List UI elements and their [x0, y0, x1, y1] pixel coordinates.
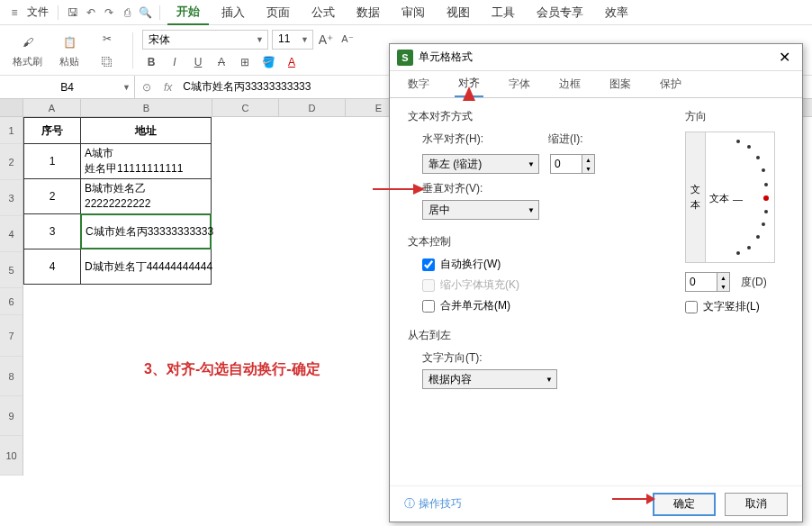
bold-button[interactable]: B — [142, 53, 160, 71]
ok-button[interactable]: 确定 — [653, 493, 716, 516]
spin-down-icon[interactable]: ▼ — [582, 164, 594, 173]
tab-view[interactable]: 视图 — [438, 1, 479, 24]
border-button[interactable]: ⊞ — [236, 53, 254, 71]
direction-section: 方向 — [685, 109, 784, 124]
cell-b2[interactable]: A城市 姓名甲11111111111 — [80, 143, 212, 179]
file-menu[interactable]: 文件 — [25, 5, 50, 20]
underline-button[interactable]: U — [189, 53, 207, 71]
row-header-4[interactable]: 4 — [0, 216, 23, 252]
horiz-align-combo[interactable]: 靠左 (缩进) ▼ — [422, 154, 539, 174]
cell-b3[interactable]: B城市姓名乙 22222222222 — [80, 178, 212, 214]
red-arrow-icon — [612, 490, 657, 508]
tab-tools[interactable]: 工具 — [483, 1, 524, 24]
strikethrough-button[interactable]: A — [212, 53, 230, 71]
orient-vertical-text[interactable]: 文本 — [686, 132, 706, 262]
spin-up-icon[interactable]: ▲ — [717, 273, 729, 282]
row-header-9[interactable]: 9 — [0, 396, 23, 436]
tab-start[interactable]: 开始 — [167, 0, 209, 25]
dialog-tab-font[interactable]: 字体 — [505, 71, 534, 97]
wrap-checkbox[interactable] — [422, 258, 435, 271]
tab-data[interactable]: 数据 — [347, 1, 389, 24]
red-arrow-icon — [373, 180, 427, 198]
tab-member[interactable]: 会员专享 — [528, 1, 592, 24]
tab-efficiency[interactable]: 效率 — [596, 1, 637, 24]
copy-icon[interactable]: ⿻ — [96, 51, 118, 73]
degree-value[interactable] — [686, 273, 717, 291]
cancel-button[interactable]: 取消 — [725, 493, 788, 516]
dialog-tab-pattern[interactable]: 图案 — [606, 71, 635, 97]
chevron-down-icon: ▼ — [256, 35, 264, 44]
orient-arc[interactable]: 文本 — — [706, 132, 774, 262]
col-header-a[interactable]: A — [23, 99, 81, 116]
cell-b5[interactable]: D城市姓名丁44444444444 — [80, 249, 212, 285]
spin-up-icon[interactable]: ▲ — [582, 155, 594, 164]
row-header-5[interactable]: 5 — [0, 252, 23, 288]
cell-a4[interactable]: 3 — [23, 213, 81, 249]
merge-checkbox[interactable] — [422, 300, 435, 313]
indent-spinner[interactable]: ▲▼ — [550, 154, 595, 174]
col-header-c[interactable]: C — [212, 99, 279, 116]
table-header-addr[interactable]: 地址 — [80, 117, 212, 144]
row-header-1[interactable]: 1 — [0, 117, 23, 144]
hamburger-icon[interactable]: ≡ — [7, 5, 22, 20]
svg-marker-4 — [646, 494, 655, 504]
select-all-corner[interactable] — [0, 99, 23, 117]
tab-formula[interactable]: 公式 — [302, 1, 344, 24]
dialog-tab-protect[interactable]: 保护 — [656, 71, 685, 97]
tips-link[interactable]: ⓘ 操作技巧 — [404, 496, 644, 512]
col-header-b[interactable]: B — [81, 99, 212, 116]
print-icon[interactable]: ⎙ — [120, 5, 134, 20]
font-size-select[interactable]: 11 ▼ — [272, 30, 313, 50]
indent-value[interactable] — [551, 155, 582, 173]
format-brush-label: 格式刷 — [13, 55, 42, 68]
cell-b4-selected[interactable]: C城市姓名丙33333333333 — [80, 213, 212, 249]
save-icon[interactable]: 🖫 — [66, 5, 80, 20]
text-dir-combo[interactable]: 根据内容 ▼ — [422, 369, 557, 389]
tab-page[interactable]: 页面 — [257, 1, 299, 24]
font-select[interactable]: 宋体 ▼ — [142, 30, 268, 50]
redo-icon[interactable]: ↷ — [102, 5, 116, 20]
horiz-align-value: 靠左 (缩进) — [429, 157, 482, 172]
fx-label[interactable]: fx — [164, 81, 172, 94]
tab-review[interactable]: 审阅 — [392, 1, 434, 24]
cell-reference-box[interactable]: B4 ▼ — [0, 76, 135, 98]
row-header-10[interactable]: 10 — [0, 436, 23, 476]
cancel-formula-icon[interactable]: ⊙ — [142, 81, 155, 94]
cell-format-dialog: S 单元格格式 ✕ 数字 对齐 字体 边框 图案 保护 文本对齐方式 水平对齐(… — [389, 43, 803, 522]
cell-a5[interactable]: 4 — [23, 249, 81, 285]
dialog-tab-number[interactable]: 数字 — [404, 71, 433, 97]
increase-font-icon[interactable]: A⁺ — [317, 31, 335, 49]
preview-icon[interactable]: 🔍 — [138, 5, 152, 20]
table-header-seq[interactable]: 序号 — [23, 117, 81, 144]
cut-icon[interactable]: ✂ — [96, 28, 118, 50]
font-value: 宋体 — [149, 33, 170, 46]
italic-button[interactable]: I — [166, 53, 184, 71]
row-header-3[interactable]: 3 — [0, 180, 23, 216]
row-header-8[interactable]: 8 — [0, 357, 23, 396]
undo-icon[interactable]: ↶ — [84, 5, 98, 20]
spin-down-icon[interactable]: ▼ — [717, 282, 729, 291]
paste-label: 粘贴 — [59, 55, 79, 68]
fill-color-button[interactable]: 🪣 — [259, 53, 277, 71]
vert-text-checkbox-row[interactable]: 文字竖排(L) — [685, 299, 784, 314]
format-brush-icon[interactable]: 🖌 — [17, 32, 39, 53]
decrease-font-icon[interactable]: A⁻ — [338, 31, 356, 49]
close-icon[interactable]: ✕ — [773, 47, 795, 68]
vert-align-combo[interactable]: 居中 ▼ — [422, 200, 539, 220]
cell-a2[interactable]: 1 — [23, 143, 81, 179]
orientation-widget[interactable]: 文本 文本 — — [685, 132, 775, 263]
tab-insert[interactable]: 插入 — [212, 1, 254, 24]
svg-marker-2 — [463, 86, 475, 101]
vert-text-checkbox[interactable] — [685, 301, 698, 313]
text-dir-label: 文字方向(T): — [422, 350, 784, 366]
row-header-2[interactable]: 2 — [0, 144, 23, 180]
col-header-d[interactable]: D — [279, 99, 346, 116]
row-header-6[interactable]: 6 — [0, 288, 23, 315]
degree-label: 度(D) — [741, 275, 767, 290]
row-header-7[interactable]: 7 — [0, 315, 23, 357]
dialog-tab-border[interactable]: 边框 — [555, 71, 584, 97]
font-color-button[interactable]: A — [283, 53, 301, 71]
cell-a3[interactable]: 2 — [23, 178, 81, 214]
degree-spinner[interactable]: ▲▼ — [685, 272, 730, 292]
paste-icon[interactable]: 📋 — [59, 32, 80, 53]
